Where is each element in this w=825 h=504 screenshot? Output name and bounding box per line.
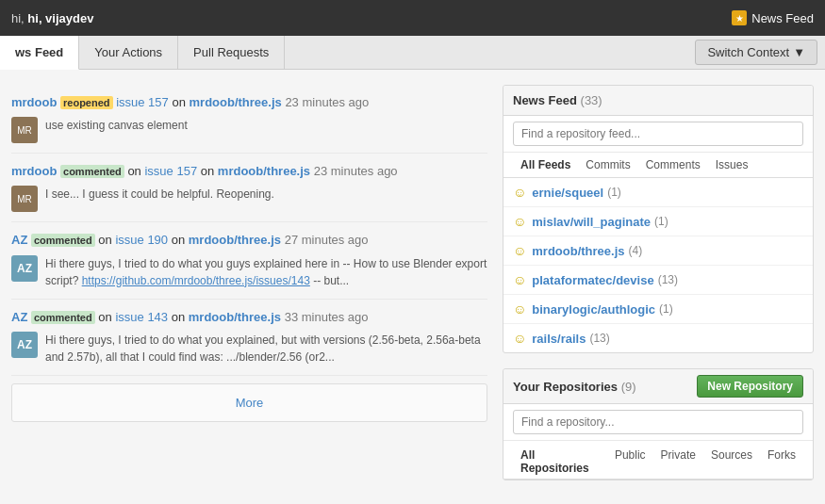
feed-action-badge: commented — [60, 165, 124, 178]
repos-tabs: All Repositories Public Private Sources … — [503, 441, 813, 480]
list-item: ☺ ernie/squeel (1) — [503, 178, 813, 207]
feed-issue-link[interactable]: issue 143 — [115, 310, 168, 324]
feed-item: mrdoob commented on issue 157 on mrdoob/… — [11, 154, 487, 222]
feed-item-header: AZ commented on issue 143 on mrdoob/thre… — [11, 309, 487, 326]
repo-feed-link[interactable]: plataformatec/devise — [532, 273, 653, 287]
news-feed-header-label: News Feed — [751, 11, 814, 25]
tab-all-repositories[interactable]: All Repositories — [513, 445, 607, 479]
feed-repo-link[interactable]: mrdoob/three.js — [190, 95, 282, 109]
feed-body: MR I see... I guess it could be helpful.… — [11, 186, 487, 212]
feed-action-badge: reopened — [60, 96, 113, 109]
list-item: ☺ plataformatec/devise (13) — [503, 266, 813, 295]
commit-link[interactable]: https://github.com/mrdoob/three.js/issue… — [82, 274, 310, 287]
feed-repo-link[interactable]: mrdoob/three.js — [218, 164, 310, 178]
repos-count: (9) — [621, 380, 636, 394]
main-layout: mrdoob reopened issue 157 on mrdoob/thre… — [0, 70, 825, 504]
header-user: hi, hi, vijaydev — [11, 11, 93, 25]
username-label: hi, vijaydev — [27, 11, 93, 25]
feed-username-link[interactable]: AZ — [11, 310, 27, 324]
feed-item-header: mrdoob reopened issue 157 on mrdoob/thre… — [11, 94, 487, 111]
nav-bar: ws Feed Your Actions Pull Requests Switc… — [0, 36, 825, 70]
avatar: AZ — [11, 332, 38, 358]
feed-on-text2: on — [201, 164, 218, 178]
news-feed-section: News Feed (33) All Feeds Commits Comment… — [503, 85, 814, 353]
repo-feed-link[interactable]: rails/rails — [532, 332, 586, 346]
commit-message: Hi there guys, I tried to do what you ex… — [45, 332, 487, 366]
tab-commits[interactable]: Commits — [578, 153, 637, 177]
repo-feed-count: (1) — [607, 186, 621, 199]
tab-your-actions[interactable]: Your Actions — [79, 36, 178, 69]
avatar: AZ — [11, 255, 38, 282]
commit-message: Hi there guys, I tried to do what you gu… — [45, 255, 487, 289]
tab-all-feeds[interactable]: All Feeds — [513, 153, 578, 177]
feed-repo-link[interactable]: mrdoob/three.js — [189, 310, 281, 324]
feed-tabs: All Feeds Commits Comments Issues — [503, 153, 813, 178]
commit-message: use existing canvas element — [45, 117, 188, 134]
feed-time: 33 minutes ago — [285, 310, 369, 324]
tab-pull-requests[interactable]: Pull Requests — [178, 36, 285, 69]
tab-public[interactable]: Public — [607, 445, 653, 479]
smiley-icon: ☺ — [513, 243, 526, 258]
feed-username-link[interactable]: AZ — [11, 233, 27, 247]
repo-feed-count: (13) — [658, 273, 678, 286]
repos-header: Your Repositories (9) New Repository — [503, 369, 813, 404]
feed-on-text: on — [172, 95, 189, 109]
smiley-icon: ☺ — [513, 214, 526, 229]
sidebar: News Feed (33) All Feeds Commits Comment… — [503, 85, 814, 496]
more-button-wrapper: More — [11, 383, 487, 422]
feed-on-text: on — [98, 310, 115, 324]
feed-item-header: mrdoob commented on issue 157 on mrdoob/… — [11, 163, 487, 180]
feed-on-text: on — [98, 233, 115, 247]
feed-action-badge: commented — [31, 311, 95, 324]
news-feed-title-text: News Feed — [513, 93, 577, 107]
list-item: ☺ mrdoob/three.js (4) — [503, 236, 813, 266]
smiley-icon: ☺ — [513, 301, 526, 317]
repo-feed-link[interactable]: ernie/squeel — [532, 186, 603, 200]
smiley-icon: ☺ — [513, 331, 526, 346]
feed-action-badge: commented — [31, 234, 95, 247]
tab-sources[interactable]: Sources — [703, 445, 760, 479]
more-button[interactable]: More — [236, 396, 264, 410]
news-feed-section-header: News Feed (33) — [503, 86, 813, 116]
repos-title-text: Your Repositories — [513, 380, 618, 394]
feed-username-link[interactable]: mrdoob — [11, 95, 57, 109]
feed-username-link[interactable]: mrdoob — [11, 164, 57, 178]
feed-item-header: AZ commented on issue 190 on mrdoob/thre… — [11, 232, 487, 249]
feed-body: AZ Hi there guys, I tried to do what you… — [11, 255, 487, 289]
feed-body: MR use existing canvas element — [11, 117, 487, 143]
smiley-icon: ☺ — [513, 272, 526, 287]
feed-issue-link[interactable]: issue 190 — [115, 233, 168, 247]
feed-body: AZ Hi there guys, I tried to do what you… — [11, 332, 487, 366]
feed-issue-link[interactable]: issue 157 — [144, 164, 197, 178]
tab-news-feed[interactable]: ws Feed — [0, 36, 79, 70]
news-feed-count: (33) — [581, 93, 602, 107]
repo-feed-count: (13) — [589, 332, 609, 345]
feed-time: 23 minutes ago — [285, 95, 369, 109]
new-repository-button[interactable]: New Repository — [697, 375, 803, 398]
commit-message: I see... I guess it could be helpful. Re… — [45, 186, 274, 203]
chevron-down-icon: ▼ — [793, 45, 805, 59]
find-repo-wrap — [503, 404, 813, 441]
repo-feed-link[interactable]: mislav/will_paginate — [532, 215, 651, 229]
repo-feed-link[interactable]: binarylogic/authlogic — [532, 302, 655, 317]
repo-feed-count: (1) — [654, 215, 668, 228]
header: hi, hi, vijaydev ★ News Feed — [0, 0, 825, 36]
tab-issues[interactable]: Issues — [708, 153, 756, 177]
feed-on-text: on — [127, 164, 144, 178]
feed-item: mrdoob reopened issue 157 on mrdoob/thre… — [11, 85, 487, 154]
rss-icon: ★ — [732, 10, 747, 25]
list-item: ☺ mislav/will_paginate (1) — [503, 207, 813, 236]
tab-private[interactable]: Private — [653, 445, 703, 479]
find-feed-wrap — [503, 116, 813, 153]
avatar: MR — [11, 117, 38, 143]
find-repo-input[interactable] — [513, 410, 803, 434]
feed-issue-link[interactable]: issue 157 — [116, 95, 169, 109]
repo-feed-link[interactable]: mrdoob/three.js — [532, 244, 624, 258]
news-feed-section-title: News Feed (33) — [513, 93, 602, 107]
tab-forks[interactable]: Forks — [760, 445, 803, 479]
find-feed-input[interactable] — [513, 122, 803, 146]
tab-comments[interactable]: Comments — [638, 153, 708, 177]
switch-context-dropdown[interactable]: Switch Context ▼ — [695, 40, 817, 65]
feed-repo-link[interactable]: mrdoob/three.js — [189, 233, 281, 247]
news-feed-header-button[interactable]: ★ News Feed — [732, 10, 814, 25]
